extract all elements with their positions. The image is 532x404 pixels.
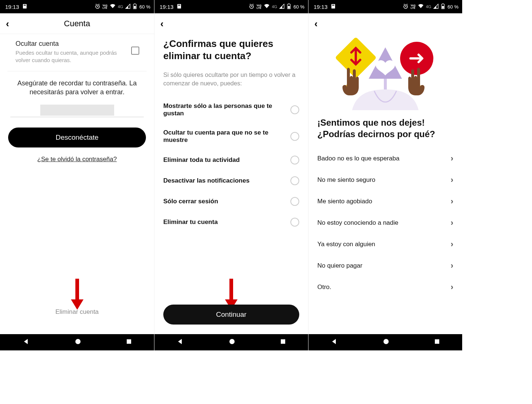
signal-icon [125,4,130,10]
svg-rect-4 [134,6,136,9]
radio-icon[interactable] [290,156,299,164]
nav-back-icon[interactable] [23,338,30,347]
option-row[interactable]: Eliminar toda tu actividad [163,150,299,170]
status-time: 19:13 [5,4,19,10]
battery-icon [441,3,445,10]
radio-icon[interactable] [290,176,299,185]
delete-account-link[interactable]: Eliminar cuenta [0,308,154,316]
svg-rect-5 [134,3,136,4]
nav-home-icon[interactable] [229,338,235,346]
battery-icon [287,3,291,10]
option-row[interactable]: Desactivar las notificaciones [163,170,299,191]
disconnect-button[interactable]: Desconéctate [8,128,146,147]
option-row[interactable]: Eliminar tu cuenta [163,212,299,232]
option-row[interactable]: Mostrarte sólo a las personas que te gus… [163,96,299,123]
nav-recent-icon[interactable] [126,339,132,346]
reason-row[interactable]: Ya estoy con alguien › [317,234,453,255]
hide-account-checkbox[interactable] [131,47,139,55]
reason-label: Me siento agobiado [317,198,372,205]
password-input[interactable] [10,105,144,117]
wifi-icon [110,4,116,10]
battery-percent: 60 % [447,4,458,10]
option-label: Ocultar tu cuenta para que no se te mues… [163,129,285,144]
battery-icon [133,3,137,10]
alarm-icon [249,3,255,10]
chevron-right-icon: › [451,261,453,271]
reason-row[interactable]: No estoy conociendo a nadie › [317,212,453,234]
nav-home-icon[interactable] [75,338,81,346]
screen-leave-reason: 19:13 Vo)) LTE 4G 60 % ‹ [308,0,462,350]
forgot-password-link[interactable]: ¿Se te olvidó la contraseña? [0,156,154,163]
screen-account: 19:13 Vo)) LTE 4G 60 % ‹ Cuenta [0,0,154,350]
option-label: Mostrarte sólo a las personas que te gus… [163,102,285,117]
svg-rect-11 [178,5,180,6]
network-label: 4G [272,4,277,9]
option-label: Desactivar las notificaciones [163,177,249,184]
nav-back-icon[interactable] [331,338,338,347]
radio-icon[interactable] [290,218,299,227]
chevron-right-icon: › [451,282,453,292]
hide-account-title: Ocultar cuenta [16,40,124,48]
nav-recent-icon[interactable] [280,339,286,346]
back-button[interactable]: ‹ [6,17,13,31]
svg-rect-21 [332,5,334,6]
illustration-signs-icon [330,36,441,110]
chevron-right-icon: › [451,154,453,163]
svg-rect-10 [177,4,181,9]
svg-point-18 [229,339,235,344]
reason-row[interactable]: Otro. › [317,276,453,298]
battery-percent: 60 % [139,4,150,10]
svg-rect-24 [442,6,444,9]
svg-rect-9 [127,339,131,344]
reason-row[interactable]: No quiero pagar › [317,255,453,276]
svg-rect-14 [288,6,290,9]
signal-icon [433,4,439,10]
chevron-right-icon: › [451,240,453,249]
alarm-icon [95,3,100,10]
reason-label: Badoo no es lo que esperaba [317,155,399,162]
radio-icon[interactable] [290,105,299,114]
svg-rect-19 [281,339,285,344]
radio-icon[interactable] [290,132,299,141]
chevron-right-icon: › [451,197,453,206]
app-header: ‹ [154,13,308,34]
chevron-right-icon: › [451,175,453,185]
volte-icon: Vo)) LTE [103,4,108,9]
hide-account-subtitle: Puedes ocultar tu cuenta, aunque podrás … [16,49,124,64]
alarm-icon [403,3,409,10]
option-label: Eliminar toda tu actividad [163,156,240,164]
reason-label: No quiero pagar [317,262,362,269]
reason-row[interactable]: Badoo no es lo que esperaba › [317,148,453,169]
password-value-redacted [40,105,114,116]
nav-back-icon[interactable] [177,338,184,347]
back-button[interactable]: ‹ [160,17,167,31]
card-icon [331,4,336,10]
nav-home-icon[interactable] [383,338,389,346]
app-header: ‹ Cuenta [0,13,154,34]
reason-row[interactable]: Me siento agobiado › [317,191,453,212]
status-bar: 19:13 Vo)) LTE 4G 60 % [154,0,308,13]
network-label: 4G [118,4,123,9]
reason-label: Ya estoy con alguien [317,241,375,248]
forgot-password-label: ¿Se te olvidó la contraseña? [37,156,117,163]
nav-recent-icon[interactable] [434,339,440,346]
signal-icon [279,4,284,10]
volte-icon: Vo)) LTE [411,4,416,9]
leave-title-line2: ¿Podrías decirnos por qué? [317,129,435,139]
option-row[interactable]: Ocultar tu cuenta para que no se te mues… [163,123,299,150]
option-label: Eliminar tu cuenta [163,218,218,226]
option-row[interactable]: Sólo cerrar sesión [163,191,299,212]
reason-label: No me siento seguro [317,176,375,184]
back-button[interactable]: ‹ [314,17,321,31]
leave-title-line1: ¡Sentimos que nos dejes! [317,118,425,128]
continue-button[interactable]: Continuar [163,305,299,325]
network-label: 4G [426,4,432,9]
continue-label: Continuar [216,310,246,319]
status-time: 19:13 [160,4,174,10]
wifi-icon [418,4,424,10]
radio-icon[interactable] [290,197,299,206]
svg-rect-34 [435,339,439,344]
hide-account-row[interactable]: Ocultar cuenta Puedes ocultar tu cuenta,… [7,34,147,71]
reason-row[interactable]: No me siento seguro › [317,169,453,191]
card-icon [22,4,27,10]
